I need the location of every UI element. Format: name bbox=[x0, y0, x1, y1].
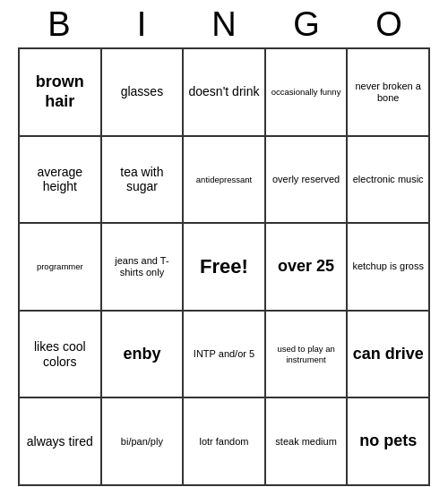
cell-text: steak medium bbox=[269, 436, 344, 448]
cell-r4-c3: steak medium bbox=[265, 397, 348, 485]
bingo-letter: G bbox=[269, 5, 344, 44]
cell-text: can drive bbox=[350, 345, 426, 364]
cell-text: over 25 bbox=[269, 257, 344, 277]
cell-r3-c3: used to play an instrument bbox=[265, 311, 348, 398]
cell-r3-c0: likes cool colors bbox=[19, 311, 101, 398]
cell-text: glasses bbox=[105, 84, 180, 99]
cell-r1-c0: average height bbox=[19, 136, 101, 224]
cell-text: occasionally funny bbox=[269, 87, 344, 97]
cell-r2-c4: ketchup is gross bbox=[347, 223, 429, 311]
cell-r3-c4: can drive bbox=[347, 311, 429, 398]
cell-text: brown hair bbox=[22, 73, 98, 111]
cell-text: tea with sugar bbox=[105, 165, 180, 195]
cell-r4-c4: no pets bbox=[347, 397, 429, 485]
bingo-header: BINGO bbox=[18, 0, 430, 47]
cell-text: no pets bbox=[350, 431, 426, 451]
cell-r3-c1: enby bbox=[101, 311, 184, 398]
cell-r0-c2: doesn't drink bbox=[183, 48, 265, 136]
cell-text: overly reserved bbox=[269, 174, 344, 185]
bingo-letter: I bbox=[104, 5, 179, 44]
cell-text: enby bbox=[105, 345, 180, 364]
cell-text: lotr fandom bbox=[186, 436, 262, 448]
cell-text: used to play an instrument bbox=[269, 344, 344, 364]
cell-r0-c1: glasses bbox=[101, 48, 184, 136]
cell-r0-c3: occasionally funny bbox=[265, 48, 348, 136]
bingo-grid: brown hairglassesdoesn't drinkoccasional… bbox=[18, 47, 430, 486]
cell-text: likes cool colors bbox=[22, 339, 98, 370]
cell-text: average height bbox=[22, 165, 98, 195]
cell-text: always tired bbox=[22, 434, 98, 449]
cell-text: ketchup is gross bbox=[350, 261, 426, 272]
cell-text: electronic music bbox=[350, 174, 426, 185]
cell-r4-c0: always tired bbox=[19, 397, 101, 485]
bingo-letter: N bbox=[186, 5, 262, 44]
cell-r0-c4: never broken a bone bbox=[347, 48, 429, 136]
cell-r2-c1: jeans and T-shirts only bbox=[101, 223, 184, 311]
cell-r0-c0: brown hair bbox=[19, 48, 101, 136]
cell-r1-c2: antidepressant bbox=[183, 136, 265, 224]
cell-r1-c4: electronic music bbox=[347, 136, 429, 224]
cell-text: programmer bbox=[22, 261, 98, 271]
cell-r1-c1: tea with sugar bbox=[101, 136, 184, 224]
cell-text: never broken a bone bbox=[350, 81, 426, 104]
cell-text: INTP and/or 5 bbox=[186, 348, 262, 360]
cell-r4-c1: bi/pan/ply bbox=[101, 397, 184, 485]
cell-text: jeans and T-shirts only bbox=[105, 255, 180, 278]
cell-r4-c2: lotr fandom bbox=[183, 397, 265, 485]
cell-r2-c0: programmer bbox=[19, 223, 101, 311]
cell-r2-c2: Free! bbox=[183, 223, 265, 311]
cell-text: antidepressant bbox=[186, 175, 262, 184]
cell-text: bi/pan/ply bbox=[105, 436, 180, 448]
bingo-letter: O bbox=[351, 5, 426, 44]
cell-text: Free! bbox=[186, 255, 262, 278]
bingo-letter: B bbox=[22, 5, 97, 44]
cell-r2-c3: over 25 bbox=[265, 223, 348, 311]
cell-r1-c3: overly reserved bbox=[265, 136, 348, 224]
cell-text: doesn't drink bbox=[186, 84, 262, 99]
cell-r3-c2: INTP and/or 5 bbox=[183, 311, 265, 398]
